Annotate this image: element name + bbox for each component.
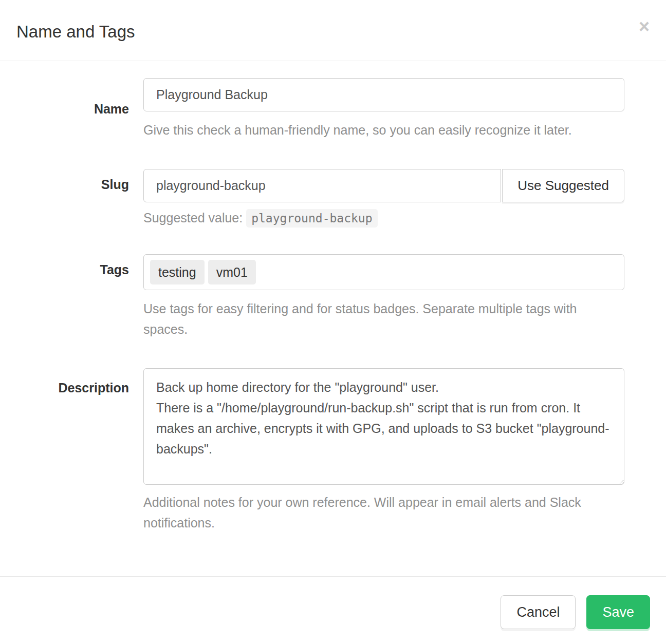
slug-input-group: Use Suggested: [143, 169, 624, 202]
dialog-body: Name Give this check a human-friendly na…: [0, 61, 666, 533]
description-help-text: Additional notes for your own reference.…: [143, 492, 624, 533]
slug-input[interactable]: [143, 169, 501, 202]
name-and-tags-dialog: Name and Tags × Name Give this check a h…: [0, 0, 666, 644]
tags-label: Tags: [100, 262, 130, 277]
tags-input[interactable]: testing vm01: [143, 254, 624, 290]
suggested-value-prefix: Suggested value:: [143, 211, 243, 225]
name-field-row: Name Give this check a human-friendly na…: [16, 78, 650, 140]
tags-help-text: Use tags for easy filtering and for stat…: [143, 298, 624, 339]
suggested-value-code: playground-backup: [246, 209, 377, 228]
slug-label: Slug: [101, 177, 129, 192]
dialog-footer: Cancel Save: [0, 576, 666, 644]
use-suggested-button[interactable]: Use Suggested: [502, 169, 624, 202]
name-label: Name: [94, 102, 129, 116]
tags-field-row: Tags testing vm01 Use tags for easy filt…: [16, 254, 650, 339]
close-icon[interactable]: ×: [637, 15, 652, 38]
name-input[interactable]: [143, 78, 624, 111]
description-field-row: Description Back up home directory for t…: [16, 368, 650, 533]
suggested-value-line: Suggested value: playground-backup: [143, 211, 624, 225]
slug-field-row: Slug Use Suggested Suggested value: play…: [16, 169, 650, 225]
dialog-header: Name and Tags ×: [0, 0, 666, 61]
description-label: Description: [58, 381, 129, 395]
cancel-button[interactable]: Cancel: [501, 595, 576, 629]
dialog-title: Name and Tags: [16, 23, 650, 41]
tag-chip[interactable]: testing: [150, 260, 205, 285]
name-help-text: Give this check a human-friendly name, s…: [143, 120, 624, 140]
tag-chip[interactable]: vm01: [208, 260, 256, 285]
save-button[interactable]: Save: [586, 595, 650, 629]
description-textarea[interactable]: Back up home directory for the "playgrou…: [143, 368, 624, 485]
